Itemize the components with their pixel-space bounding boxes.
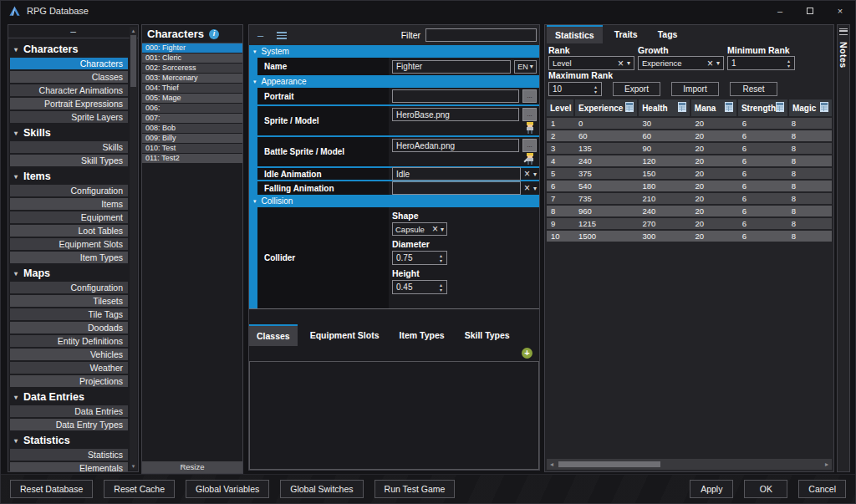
sidebar-section-header[interactable]: ▾Maps	[10, 265, 128, 282]
table-cell[interactable]: 1	[547, 118, 574, 129]
global-switches-button[interactable]: Global Switches	[280, 480, 363, 498]
spinner-arrows[interactable]: ▴▾	[783, 57, 794, 69]
sidebar-item-vehicles[interactable]: Vehicles	[10, 349, 128, 360]
spinner-arrows[interactable]: ▴▾	[436, 252, 446, 264]
column-header-experience[interactable]: Experience	[575, 99, 637, 116]
sidebar-item-data-entry-types[interactable]: Data Entry Types	[10, 419, 128, 430]
import-button[interactable]: Import	[671, 82, 719, 96]
chevron-down-icon[interactable]: ▾	[533, 171, 537, 178]
reset-database-button[interactable]: Reset Database	[10, 480, 93, 498]
table-cell[interactable]: 3	[547, 143, 574, 154]
sidebar-item-classes[interactable]: Classes	[10, 71, 128, 83]
table-cell[interactable]: 20	[690, 143, 737, 154]
sidebar-item-skill-types[interactable]: Skill Types	[10, 155, 128, 166]
table-cell[interactable]: 20	[690, 181, 737, 191]
character-list-item[interactable]: 010: Test	[142, 144, 242, 153]
tab-equipment-slots[interactable]: Equipment Slots	[303, 324, 387, 346]
filter-input[interactable]	[425, 28, 537, 42]
scroll-right-icon[interactable]: ▸	[822, 459, 832, 470]
table-cell[interactable]: 180	[638, 181, 690, 191]
battle-sprite-browse-button[interactable]: ...	[522, 139, 537, 152]
sidebar-item-portrait-expressions[interactable]: Portrait Expressions	[10, 98, 128, 109]
character-list-item[interactable]: 009: Billy	[142, 134, 242, 143]
sidebar-item-configuration[interactable]: Configuration	[10, 185, 128, 196]
character-list-item[interactable]: 001: Cleric	[142, 53, 242, 63]
column-header-level[interactable]: Level	[547, 99, 573, 116]
formula-icon[interactable]	[625, 102, 634, 114]
table-row[interactable]: 89602402068	[547, 206, 832, 216]
table-cell[interactable]: 8	[787, 130, 832, 141]
table-cell[interactable]: 8	[787, 155, 832, 166]
table-cell[interactable]: 2	[547, 130, 574, 141]
idle-animation-input[interactable]	[392, 167, 521, 181]
table-cell[interactable]: 0	[574, 118, 638, 129]
spin-down-icon[interactable]: ▾	[594, 89, 597, 94]
global-variables-button[interactable]: Global Variables	[186, 480, 269, 498]
name-input[interactable]	[392, 60, 511, 74]
sidebar-item-projections[interactable]: Projections	[10, 375, 128, 387]
column-header-mana[interactable]: Mana	[691, 99, 736, 116]
table-cell[interactable]: 20	[690, 231, 737, 242]
height-spinner[interactable]: ▴▾	[392, 280, 447, 294]
maximum-rank-spinner[interactable]: ▴▾	[548, 82, 602, 96]
table-cell[interactable]: 20	[690, 218, 737, 229]
table-cell[interactable]: 240	[638, 206, 690, 216]
scroll-down-icon[interactable]: ▾	[130, 462, 137, 470]
table-cell[interactable]: 8	[787, 193, 832, 204]
sprite-browse-button[interactable]: ...	[522, 108, 537, 121]
sidebar-item-loot-tables[interactable]: Loot Tables	[10, 225, 128, 237]
table-row[interactable]: 77352102068	[547, 193, 832, 204]
table-row[interactable]: 53751502068	[547, 168, 832, 179]
table-row[interactable]: 42401202068	[547, 155, 832, 166]
growth-dropdown[interactable]: Experience × ▾	[638, 56, 724, 70]
sidebar-item-tile-tags[interactable]: Tile Tags	[10, 308, 128, 320]
table-cell[interactable]: 90	[638, 143, 690, 154]
table-cell[interactable]: 6	[547, 181, 574, 191]
sidebar-section-header[interactable]: ▾Items	[10, 168, 128, 185]
spinner-arrows[interactable]: ▴▾	[590, 83, 601, 95]
table-cell[interactable]: 375	[574, 168, 638, 179]
spinner-arrows[interactable]: ▴▾	[436, 281, 446, 293]
table-row[interactable]: 65401802068	[547, 181, 832, 191]
table-cell[interactable]: 9	[547, 218, 574, 229]
table-cell[interactable]: 240	[574, 155, 638, 166]
character-list-item[interactable]: 004: Thief	[142, 84, 242, 93]
table-cell[interactable]: 20	[690, 130, 737, 141]
sidebar-item-character-animations[interactable]: Character Animations	[10, 84, 128, 96]
run-test-game-button[interactable]: Run Test Game	[374, 480, 456, 498]
cancel-button[interactable]: Cancel	[798, 480, 846, 498]
reset-cache-button[interactable]: Reset Cache	[104, 480, 175, 498]
spin-down-icon[interactable]: ▾	[440, 258, 442, 263]
scroll-left-icon[interactable]: ◂	[547, 459, 557, 470]
height-input[interactable]	[393, 281, 436, 293]
table-cell[interactable]: 4	[547, 155, 574, 166]
table-cell[interactable]: 1215	[574, 218, 638, 229]
character-list-item[interactable]: 007:	[142, 114, 242, 123]
character-list-item[interactable]: 005: Mage	[142, 94, 242, 103]
clear-icon[interactable]: ×	[618, 59, 624, 69]
close-button[interactable]: ×	[825, 1, 855, 21]
table-cell[interactable]: 6	[738, 168, 787, 179]
locale-dropdown[interactable]: EN ▾	[514, 60, 537, 74]
info-icon[interactable]: i	[209, 29, 219, 39]
sidebar-section-header[interactable]: ▾Characters	[10, 41, 128, 58]
character-list-item[interactable]: 011: Test2	[142, 154, 242, 163]
minimize-button[interactable]: –	[765, 1, 795, 21]
sidebar-item-item-types[interactable]: Item Types	[10, 252, 128, 263]
table-cell[interactable]: 20	[690, 168, 737, 179]
minimum-rank-input[interactable]	[728, 57, 783, 69]
table-cell[interactable]: 540	[574, 181, 638, 191]
menu-icon[interactable]	[839, 28, 848, 35]
maximum-rank-input[interactable]	[549, 83, 590, 95]
resize-button[interactable]: Resize	[142, 461, 242, 473]
portrait-browse-button[interactable]: ...	[522, 89, 537, 103]
sidebar-item-weather[interactable]: Weather	[10, 362, 128, 374]
table-cell[interactable]: 6	[738, 155, 787, 166]
tab-traits[interactable]: Traits	[606, 25, 646, 43]
sidebar-item-configuration[interactable]: Configuration	[10, 282, 128, 293]
tab-classes[interactable]: Classes	[249, 324, 298, 346]
table-cell[interactable]: 270	[638, 218, 690, 229]
table-cell[interactable]: 10	[547, 231, 574, 242]
column-header-magic[interactable]: Magic	[789, 99, 832, 116]
clear-icon[interactable]: ×	[524, 169, 530, 179]
